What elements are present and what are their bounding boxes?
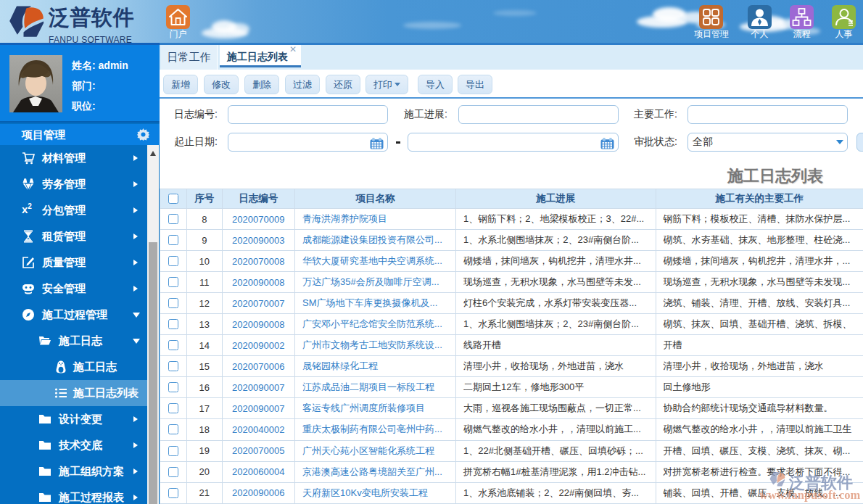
svg-text:www.fanpusoft.com: www.fanpusoft.com: [759, 488, 861, 502]
